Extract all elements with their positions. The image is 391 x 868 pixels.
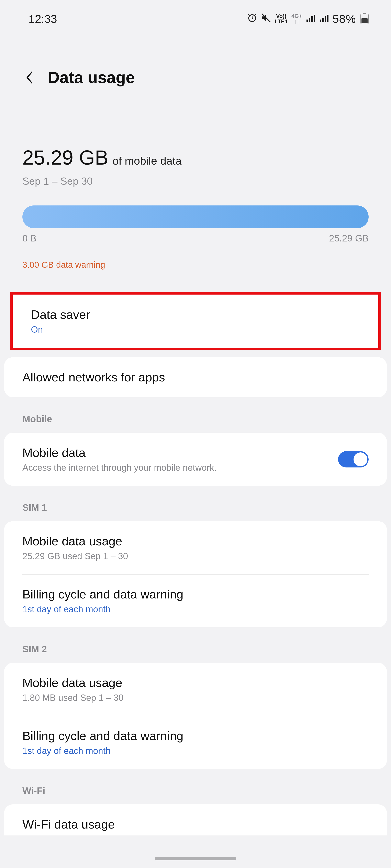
- volte-indicator: Vo)) LTE1: [275, 13, 288, 24]
- sim1-billing-sub: 1st day of each month: [22, 604, 369, 614]
- back-button[interactable]: [23, 71, 36, 84]
- wifi-usage-row[interactable]: Wi-Fi data usage: [4, 804, 387, 835]
- sim2-usage-row[interactable]: Mobile data usage 1.80 MB used Sep 1 – 3…: [4, 663, 387, 716]
- sim1-billing-title: Billing cycle and data warning: [22, 587, 369, 601]
- mobile-data-title: Mobile data: [22, 446, 217, 460]
- alarm-icon: [247, 12, 257, 25]
- usage-period: Sep 1 – Sep 30: [22, 175, 369, 187]
- svg-rect-7: [323, 18, 324, 22]
- page-header: Data usage: [0, 34, 391, 93]
- signal-icon-2: [319, 12, 329, 25]
- section-sim2: SIM 2: [0, 627, 391, 663]
- sim2-usage-sub: 1.80 MB used Sep 1 – 30: [22, 693, 369, 703]
- mobile-data-row[interactable]: Mobile data Access the internet through …: [4, 433, 387, 486]
- section-wifi: Wi-Fi: [0, 769, 391, 804]
- usage-progress-bar[interactable]: [22, 206, 369, 228]
- battery-percentage: 58%: [333, 12, 356, 25]
- data-saver-status: On: [31, 324, 360, 335]
- svg-rect-2: [306, 20, 308, 22]
- sim2-usage-title: Mobile data usage: [22, 676, 369, 690]
- svg-rect-9: [327, 14, 329, 22]
- nav-handle[interactable]: [155, 857, 236, 860]
- section-mobile: Mobile: [0, 397, 391, 433]
- allowed-networks-title: Allowed networks for apps: [22, 370, 369, 384]
- mute-icon: [261, 12, 271, 25]
- sim1-usage-title: Mobile data usage: [22, 534, 369, 548]
- svg-rect-3: [309, 18, 310, 22]
- sim1-usage-sub: 25.29 GB used Sep 1 – 30: [22, 551, 369, 561]
- highlight-box: Data saver On: [10, 292, 381, 350]
- svg-rect-6: [320, 20, 321, 22]
- page-title: Data usage: [48, 68, 135, 87]
- wifi-usage-title: Wi-Fi data usage: [22, 817, 369, 831]
- sim1-usage-row[interactable]: Mobile data usage 25.29 GB used Sep 1 – …: [4, 521, 387, 574]
- svg-rect-5: [314, 14, 315, 22]
- allowed-networks-row[interactable]: Allowed networks for apps: [4, 357, 387, 397]
- sim2-billing-sub: 1st day of each month: [22, 746, 369, 756]
- battery-icon: [360, 13, 369, 24]
- usage-summary: 25.29 GB of mobile data Sep 1 – Sep 30 0…: [0, 93, 391, 270]
- section-sim1: SIM 1: [0, 486, 391, 521]
- network-type-indicator: 4G+ ↓↑: [291, 13, 302, 24]
- data-warning-text: 3.00 GB data warning: [22, 260, 369, 270]
- data-saver-row[interactable]: Data saver On: [12, 294, 379, 348]
- status-bar: 12:33 Vo)) LTE1 4G+ ↓↑ 58%: [0, 0, 391, 34]
- svg-rect-8: [325, 16, 326, 22]
- sim1-billing-row[interactable]: Billing cycle and data warning 1st day o…: [4, 574, 387, 627]
- signal-icon: [306, 12, 315, 25]
- progress-min: 0 B: [22, 233, 36, 244]
- sim2-billing-row[interactable]: Billing cycle and data warning 1st day o…: [4, 716, 387, 769]
- usage-label: of mobile data: [113, 154, 181, 167]
- data-saver-title: Data saver: [31, 308, 360, 321]
- status-time: 12:33: [29, 12, 57, 25]
- mobile-data-subtitle: Access the internet through your mobile …: [22, 463, 217, 473]
- progress-max: 25.29 GB: [329, 233, 369, 244]
- mobile-data-toggle[interactable]: [338, 451, 369, 467]
- sim2-billing-title: Billing cycle and data warning: [22, 729, 369, 743]
- usage-amount: 25.29 GB: [22, 146, 109, 169]
- svg-rect-4: [311, 16, 313, 22]
